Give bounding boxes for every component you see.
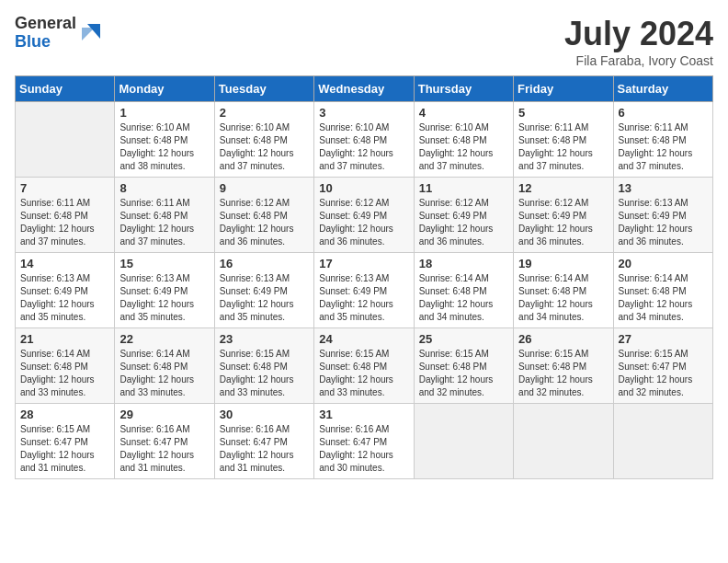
- day-number: 28: [20, 408, 109, 421]
- day-number: 30: [220, 408, 309, 421]
- day-header-thursday: Thursday: [414, 76, 513, 102]
- calendar-cell: 19Sunrise: 6:14 AM Sunset: 6:48 PM Dayli…: [514, 253, 613, 328]
- cell-info: Sunrise: 6:15 AM Sunset: 6:47 PM Dayligh…: [20, 423, 109, 475]
- day-number: 25: [419, 332, 508, 346]
- day-header-tuesday: Tuesday: [214, 76, 313, 102]
- logo: General Blue: [15, 15, 104, 52]
- calendar-cell: 1Sunrise: 6:10 AM Sunset: 6:48 PM Daylig…: [115, 102, 214, 178]
- calendar-cell: 29Sunrise: 6:16 AM Sunset: 6:47 PM Dayli…: [115, 404, 214, 479]
- logo-general: General: [15, 15, 76, 33]
- cell-info: Sunrise: 6:14 AM Sunset: 6:48 PM Dayligh…: [518, 272, 608, 324]
- calendar-cell: 28Sunrise: 6:15 AM Sunset: 6:47 PM Dayli…: [16, 404, 115, 479]
- day-header-wednesday: Wednesday: [314, 76, 414, 102]
- day-number: 23: [220, 332, 309, 346]
- cell-info: Sunrise: 6:15 AM Sunset: 6:48 PM Dayligh…: [220, 348, 309, 399]
- day-number: 13: [619, 181, 708, 195]
- cell-info: Sunrise: 6:10 AM Sunset: 6:48 PM Dayligh…: [220, 121, 309, 173]
- calendar-cell: 20Sunrise: 6:14 AM Sunset: 6:48 PM Dayli…: [613, 253, 712, 328]
- calendar-cell: 17Sunrise: 6:13 AM Sunset: 6:49 PM Dayli…: [314, 253, 414, 328]
- day-number: 7: [20, 181, 109, 195]
- day-number: 21: [20, 332, 109, 346]
- page-header: General Blue July 2024 Fila Faraba, Ivor…: [15, 15, 713, 68]
- cell-info: Sunrise: 6:12 AM Sunset: 6:49 PM Dayligh…: [319, 197, 408, 248]
- day-number: 2: [220, 106, 309, 120]
- day-number: 4: [419, 106, 508, 120]
- calendar-cell: 22Sunrise: 6:14 AM Sunset: 6:48 PM Dayli…: [115, 328, 214, 404]
- calendar-cell: 21Sunrise: 6:14 AM Sunset: 6:48 PM Dayli…: [16, 328, 115, 404]
- cell-info: Sunrise: 6:15 AM Sunset: 6:48 PM Dayligh…: [419, 348, 508, 399]
- day-number: 16: [220, 257, 309, 270]
- calendar-cell: [16, 102, 115, 178]
- day-number: 22: [119, 332, 209, 346]
- cell-info: Sunrise: 6:10 AM Sunset: 6:48 PM Dayligh…: [319, 121, 408, 173]
- calendar-cell: 6Sunrise: 6:11 AM Sunset: 6:48 PM Daylig…: [613, 102, 712, 178]
- cell-info: Sunrise: 6:10 AM Sunset: 6:48 PM Dayligh…: [419, 121, 508, 173]
- cell-info: Sunrise: 6:15 AM Sunset: 6:48 PM Dayligh…: [319, 348, 408, 399]
- day-number: 18: [419, 257, 508, 270]
- calendar-cell: 7Sunrise: 6:11 AM Sunset: 6:48 PM Daylig…: [16, 178, 115, 253]
- cell-info: Sunrise: 6:11 AM Sunset: 6:48 PM Dayligh…: [619, 121, 708, 173]
- logo-blue: Blue: [15, 33, 76, 52]
- day-number: 14: [20, 257, 109, 270]
- day-number: 19: [518, 257, 608, 270]
- cell-info: Sunrise: 6:16 AM Sunset: 6:47 PM Dayligh…: [220, 423, 309, 475]
- day-number: 6: [619, 106, 708, 120]
- calendar-cell: [613, 404, 712, 479]
- cell-info: Sunrise: 6:13 AM Sunset: 6:49 PM Dayligh…: [319, 272, 408, 324]
- calendar-cell: 8Sunrise: 6:11 AM Sunset: 6:48 PM Daylig…: [115, 178, 214, 253]
- day-number: 5: [518, 106, 608, 120]
- calendar-table: SundayMondayTuesdayWednesdayThursdayFrid…: [15, 75, 713, 479]
- cell-info: Sunrise: 6:13 AM Sunset: 6:49 PM Dayligh…: [20, 272, 109, 324]
- cell-info: Sunrise: 6:14 AM Sunset: 6:48 PM Dayligh…: [20, 348, 109, 399]
- cell-info: Sunrise: 6:16 AM Sunset: 6:47 PM Dayligh…: [319, 423, 408, 475]
- day-number: 29: [119, 408, 209, 421]
- calendar-cell: 15Sunrise: 6:13 AM Sunset: 6:49 PM Dayli…: [115, 253, 214, 328]
- cell-info: Sunrise: 6:11 AM Sunset: 6:48 PM Dayligh…: [119, 197, 209, 248]
- cell-info: Sunrise: 6:15 AM Sunset: 6:48 PM Dayligh…: [518, 348, 608, 399]
- cell-info: Sunrise: 6:11 AM Sunset: 6:48 PM Dayligh…: [518, 121, 608, 173]
- cell-info: Sunrise: 6:14 AM Sunset: 6:48 PM Dayligh…: [619, 272, 708, 324]
- calendar-cell: 31Sunrise: 6:16 AM Sunset: 6:47 PM Dayli…: [314, 404, 414, 479]
- day-number: 1: [119, 106, 209, 120]
- day-number: 26: [518, 332, 608, 346]
- day-number: 27: [619, 332, 708, 346]
- day-number: 24: [319, 332, 408, 346]
- cell-info: Sunrise: 6:13 AM Sunset: 6:49 PM Dayligh…: [220, 272, 309, 324]
- calendar-cell: 30Sunrise: 6:16 AM Sunset: 6:47 PM Dayli…: [214, 404, 313, 479]
- logo-icon: [78, 20, 104, 46]
- calendar-cell: 2Sunrise: 6:10 AM Sunset: 6:48 PM Daylig…: [214, 102, 313, 178]
- cell-info: Sunrise: 6:11 AM Sunset: 6:48 PM Dayligh…: [20, 197, 109, 248]
- cell-info: Sunrise: 6:10 AM Sunset: 6:48 PM Dayligh…: [119, 121, 209, 173]
- day-number: 9: [220, 181, 309, 195]
- calendar-cell: 18Sunrise: 6:14 AM Sunset: 6:48 PM Dayli…: [414, 253, 513, 328]
- day-number: 31: [319, 408, 408, 421]
- title-block: July 2024 Fila Faraba, Ivory Coast: [564, 15, 713, 68]
- calendar-cell: 9Sunrise: 6:12 AM Sunset: 6:48 PM Daylig…: [214, 178, 313, 253]
- month-title: July 2024: [564, 15, 713, 53]
- calendar-cell: 14Sunrise: 6:13 AM Sunset: 6:49 PM Dayli…: [16, 253, 115, 328]
- calendar-cell: 16Sunrise: 6:13 AM Sunset: 6:49 PM Dayli…: [214, 253, 313, 328]
- cell-info: Sunrise: 6:12 AM Sunset: 6:48 PM Dayligh…: [220, 197, 309, 248]
- day-number: 12: [518, 181, 608, 195]
- calendar-cell: [514, 404, 613, 479]
- cell-info: Sunrise: 6:12 AM Sunset: 6:49 PM Dayligh…: [419, 197, 508, 248]
- calendar-cell: 23Sunrise: 6:15 AM Sunset: 6:48 PM Dayli…: [214, 328, 313, 404]
- day-number: 11: [419, 181, 508, 195]
- calendar-cell: [414, 404, 513, 479]
- day-header-saturday: Saturday: [613, 76, 712, 102]
- calendar-cell: 27Sunrise: 6:15 AM Sunset: 6:47 PM Dayli…: [613, 328, 712, 404]
- cell-info: Sunrise: 6:16 AM Sunset: 6:47 PM Dayligh…: [119, 423, 209, 475]
- day-header-monday: Monday: [115, 76, 214, 102]
- day-number: 10: [319, 181, 408, 195]
- calendar-cell: 5Sunrise: 6:11 AM Sunset: 6:48 PM Daylig…: [514, 102, 613, 178]
- calendar-cell: 12Sunrise: 6:12 AM Sunset: 6:49 PM Dayli…: [514, 178, 613, 253]
- day-number: 8: [119, 181, 209, 195]
- calendar-cell: 25Sunrise: 6:15 AM Sunset: 6:48 PM Dayli…: [414, 328, 513, 404]
- cell-info: Sunrise: 6:13 AM Sunset: 6:49 PM Dayligh…: [119, 272, 209, 324]
- calendar-cell: 26Sunrise: 6:15 AM Sunset: 6:48 PM Dayli…: [514, 328, 613, 404]
- calendar-cell: 13Sunrise: 6:13 AM Sunset: 6:49 PM Dayli…: [613, 178, 712, 253]
- calendar-cell: 4Sunrise: 6:10 AM Sunset: 6:48 PM Daylig…: [414, 102, 513, 178]
- location: Fila Faraba, Ivory Coast: [564, 53, 713, 68]
- cell-info: Sunrise: 6:12 AM Sunset: 6:49 PM Dayligh…: [518, 197, 608, 248]
- day-number: 17: [319, 257, 408, 270]
